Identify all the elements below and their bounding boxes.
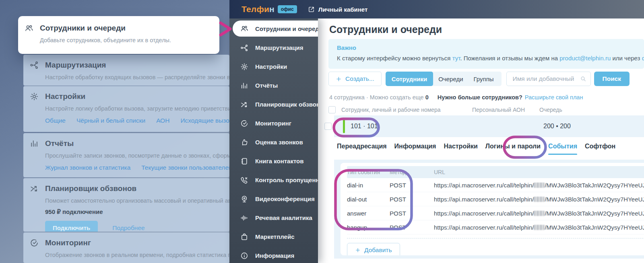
create-button-label: Создать... xyxy=(345,75,374,82)
thumb-icon xyxy=(240,138,248,146)
event-method: POST xyxy=(390,210,434,217)
bag-icon xyxy=(240,233,248,241)
overlay-card-title: Настройки xyxy=(45,92,85,101)
entity-tab-active[interactable]: Сотрудники xyxy=(386,72,433,86)
event-row[interactable]: hangupPOSThttps://api.macroserver.ru/cal… xyxy=(347,220,644,234)
detail-tab[interactable]: Информация xyxy=(394,143,436,152)
topbar: Телфи н офис Личный кабинет xyxy=(229,0,644,18)
overlay-card-actions: ПодключитьПодробнее xyxy=(45,221,221,232)
sidebar-item-label: Настройки xyxy=(255,63,287,70)
route-icon xyxy=(240,44,248,52)
users-icon xyxy=(25,24,33,33)
entity-tabs: СотрудникиОчередиГруппы xyxy=(386,72,502,86)
sidebar-item-label: Маркетплейс xyxy=(255,233,294,240)
details-link[interactable]: Подробнее xyxy=(112,224,144,232)
select-all-checkbox[interactable] xyxy=(328,106,336,113)
event-url: https://api.macroserver.ru/call/telphin/… xyxy=(434,196,644,203)
sidebar-item-routing[interactable]: Маршрутизация xyxy=(229,38,318,57)
overlay-card-subtitle: Прослушайте записи звонков, посмотрите д… xyxy=(45,152,221,159)
old-interface-link[interactable]: тут xyxy=(452,55,460,62)
employee-counter: 4 сотрудника · Можно создать еще 0Нужно … xyxy=(329,94,583,101)
employee-queue: 200 • 200 xyxy=(543,123,571,130)
overlay-link[interactable]: АОН xyxy=(156,117,169,124)
row-checkbox[interactable] xyxy=(324,123,332,130)
detail-tab[interactable]: События xyxy=(548,143,577,152)
employee-detail-tabs: ПереадресацияИнформацияНастройкиЛогины и… xyxy=(337,143,615,152)
detail-tab[interactable]: Настройки xyxy=(444,143,477,152)
event-row[interactable]: dial-outPOSThttps://api.macroserver.ru/c… xyxy=(347,192,644,206)
col-caller-id: Персональный АОН xyxy=(472,107,539,113)
col-url: URL xyxy=(434,169,644,175)
entity-tab-item[interactable]: Группы xyxy=(469,72,499,86)
search-input[interactable] xyxy=(512,75,580,83)
event-url-prefix: https://api.macroserver.ru/call/telphin/ xyxy=(434,182,534,189)
overlay-card-monitoring[interactable]: МониторингОтображение звонков в реальном… xyxy=(23,232,229,263)
overlay-card-settings[interactable]: НастройкиНастройте логику обработки вызо… xyxy=(23,86,229,132)
sidebar-item-settings[interactable]: Настройки xyxy=(229,57,318,76)
entity-tab-item[interactable]: Очереди xyxy=(433,72,468,86)
overlay-card-head: Планировщик обзвонов xyxy=(30,184,221,193)
personal-account-label: Личный кабинет xyxy=(318,6,368,13)
overlay-card-reports[interactable]: ОтчётыПрослушайте записи звонков, посмот… xyxy=(23,133,229,177)
overlay-card-routing[interactable]: МаршрутизацияНастройте обработку входящи… xyxy=(23,55,229,86)
search-button[interactable]: Поиск xyxy=(594,72,630,86)
overlay-card-head: Маршрутизация xyxy=(30,61,221,70)
sidebar-item-speech-analytics[interactable]: Речевая аналитика xyxy=(229,208,318,227)
overlay-card-employees[interactable]: Сотрудники и очередиДобавьте сотрудников… xyxy=(18,16,219,54)
employee-table-header: Сотрудник, личный и рабочие номера Персо… xyxy=(328,104,644,115)
event-type: dial-out xyxy=(347,196,390,203)
sidebar-item-video-conference[interactable]: Видеоконференция xyxy=(229,189,318,208)
events-divider xyxy=(347,238,644,238)
overlay-link[interactable]: Исходящие вызовы xyxy=(180,117,229,124)
sidebar-item-reports[interactable]: Отчёты xyxy=(229,76,318,95)
old-interface-backdrop: Сотрудники и очередиДобавьте сотрудников… xyxy=(0,0,229,263)
overlay-link[interactable]: Журнал звонков и статистика xyxy=(45,164,130,171)
expand-plan-link[interactable]: Расширьте свой план xyxy=(525,94,583,101)
overlay-link[interactable]: Общие xyxy=(45,117,66,124)
app-screen: Сотрудники и очередиДобавьте сотрудников… xyxy=(0,0,644,263)
product-email-link[interactable]: product@telphin.ru xyxy=(559,55,611,62)
sidebar-item-missed-calls[interactable]: Контроль пропущенных xyxy=(229,171,318,189)
event-url: https://api.macroserver.ru/call/telphin/… xyxy=(434,210,644,217)
event-method: POST xyxy=(390,224,434,231)
office-badge: офис xyxy=(278,5,297,13)
add-event-label: Добавить xyxy=(364,247,392,254)
sidebar-item-employees[interactable]: Сотрудники и очереди xyxy=(233,21,318,37)
event-url: https://api.macroserver.ru/call/telphin/… xyxy=(434,224,644,231)
event-url-suffix: /MWJw3Blo3tTakJnW2Qysy7HYeeUJ xyxy=(545,182,644,189)
create-button[interactable]: Создать... xyxy=(328,72,382,86)
notice-text: К старому интерфейсу можно вернуться тут… xyxy=(337,55,644,62)
col-queue: Очередь xyxy=(539,107,644,113)
sidebar: Сотрудники и очередиМаршрутизацияНастрой… xyxy=(229,18,318,263)
sidebar-item-label: Планировщик обзвонов xyxy=(255,101,318,108)
detail-tab[interactable]: Переадресация xyxy=(337,143,387,152)
monitor-icon xyxy=(30,238,39,247)
users-icon xyxy=(240,25,248,33)
sidebar-item-information[interactable]: Информация xyxy=(229,246,318,263)
detail-tab[interactable]: Логины и пароли xyxy=(485,143,541,152)
logo-text: Телфи xyxy=(242,4,269,14)
connect-button[interactable]: Подключить xyxy=(45,221,98,232)
event-row[interactable]: answerPOSThttps://api.macroserver.ru/cal… xyxy=(347,206,644,220)
event-row[interactable]: dial-inPOSThttps://api.macroserver.ru/ca… xyxy=(347,178,644,192)
status-bar-online xyxy=(343,119,345,133)
employee-row[interactable]: 101 · 101 200 • 200 xyxy=(324,115,644,137)
overlay-link[interactable]: Чёрный и белый списки xyxy=(76,117,145,124)
overlay-card-dialer[interactable]: Планировщик обзвоновПоможет самостоятель… xyxy=(23,178,229,232)
sidebar-item-dialer[interactable]: Планировщик обзвонов xyxy=(229,95,318,114)
sidebar-item-label: Отчёты xyxy=(255,82,278,89)
col-event-type: Тип события xyxy=(347,169,390,175)
personal-account-link[interactable]: Личный кабинет xyxy=(308,6,368,13)
sidebar-item-marketplace[interactable]: Маркетплейс xyxy=(229,227,318,246)
sidebar-item-monitoring[interactable]: Мониторинг xyxy=(229,114,318,133)
sidebar-item-contacts[interactable]: Книга контактов xyxy=(229,152,318,171)
add-event-button[interactable]: Добавить xyxy=(347,243,400,255)
sidebar-item-call-rating[interactable]: Оценка звонков xyxy=(229,133,318,152)
overlay-card-head: Сотрудники и очереди xyxy=(25,24,211,33)
notice-box: Важно К старому интерфейсу можно вернуть… xyxy=(328,39,644,69)
plus-icon xyxy=(336,76,342,82)
feedback-form-link[interactable]: форму xyxy=(642,55,644,62)
detail-tab[interactable]: Софтфон xyxy=(585,143,615,152)
search-box xyxy=(506,72,591,86)
overlay-link[interactable]: Текущие звонки пользователей xyxy=(141,164,229,171)
